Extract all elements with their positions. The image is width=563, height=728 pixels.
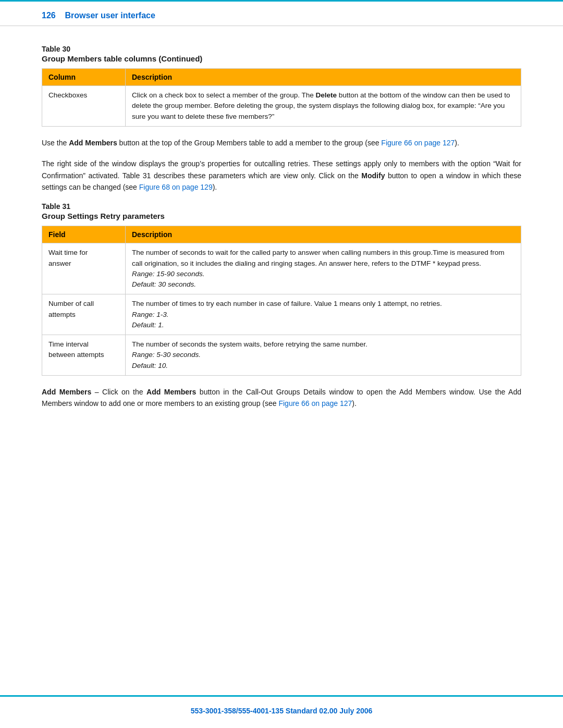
table-row: Checkboxes Click on a check box to selec… xyxy=(42,86,521,127)
table-row: Wait time foranswer The number of second… xyxy=(42,243,521,294)
body-paragraph-3: Add Members – Click on the Add Members b… xyxy=(42,386,521,410)
table31-label: Table 31 xyxy=(42,202,521,211)
modify-bold: Modify xyxy=(361,171,385,180)
table31-title: Group Settings Retry parameters xyxy=(42,212,521,220)
table31-desc-1: The number of seconds to wait for the ca… xyxy=(126,243,521,294)
body-paragraph-1: Use the Add Members button at the top of… xyxy=(42,137,521,149)
section-title: Browser user interface xyxy=(65,11,155,20)
table31-header-desc: Description xyxy=(126,226,521,243)
table30-header-col1: Column xyxy=(42,69,126,86)
add-members-bold-3: Add Members xyxy=(146,388,196,396)
page-container: 126 Browser user interface Table 30 Grou… xyxy=(0,0,563,728)
table31-desc-2: The number of times to try each number i… xyxy=(126,294,521,335)
table30-header-col2: Description xyxy=(126,69,521,86)
table30: Column Description Checkboxes Click on a… xyxy=(42,68,521,127)
body-paragraph-2: The right side of the window displays th… xyxy=(42,158,521,193)
table30-cell-description: Click on a check box to select a member … xyxy=(126,86,521,127)
default-1: Default: 30 seconds. xyxy=(132,280,196,288)
table31-desc-3: The number of seconds the system waits, … xyxy=(126,335,521,376)
footer-text: 553-3001-358/555-4001-135 Standard 02.00… xyxy=(0,707,563,715)
table31-field-1: Wait time foranswer xyxy=(42,243,126,294)
table31-header-field: Field xyxy=(42,226,126,243)
delete-bold: Delete xyxy=(315,91,337,99)
range-3: Range: 5-30 seconds. xyxy=(132,351,201,359)
default-2: Default: 1. xyxy=(132,321,164,329)
figure66-link-2[interactable]: Figure 66 on page 127 xyxy=(278,399,352,408)
add-members-bold-1: Add Members xyxy=(69,139,117,147)
default-3: Default: 10. xyxy=(132,362,168,369)
table-row: Number of callattempts The number of tim… xyxy=(42,294,521,335)
figure66-link-1[interactable]: Figure 66 on page 127 xyxy=(381,139,455,147)
header-area: 126 Browser user interface xyxy=(0,2,563,26)
range-2: Range: 1-3. xyxy=(132,311,169,318)
table31: Field Description Wait time foranswer Th… xyxy=(42,226,521,376)
table30-cell-column: Checkboxes xyxy=(42,86,126,127)
section-number: 126 xyxy=(42,11,56,20)
table31-field-3: Time intervalbetween attempts xyxy=(42,335,126,376)
range-1: Range: 15-90 seconds. xyxy=(132,270,205,278)
table-row: Time intervalbetween attempts The number… xyxy=(42,335,521,376)
content-area: Table 30 Group Members table columns (Co… xyxy=(0,26,563,461)
table30-title: Group Members table columns (Continued) xyxy=(42,54,521,63)
table30-label: Table 30 xyxy=(42,45,521,53)
footer-rule xyxy=(0,695,563,697)
add-members-bold-2: Add Members xyxy=(42,388,91,396)
table31-field-2: Number of callattempts xyxy=(42,294,126,335)
section-heading: 126 Browser user interface xyxy=(42,11,155,20)
figure68-link[interactable]: Figure 68 on page 129 xyxy=(139,183,213,191)
